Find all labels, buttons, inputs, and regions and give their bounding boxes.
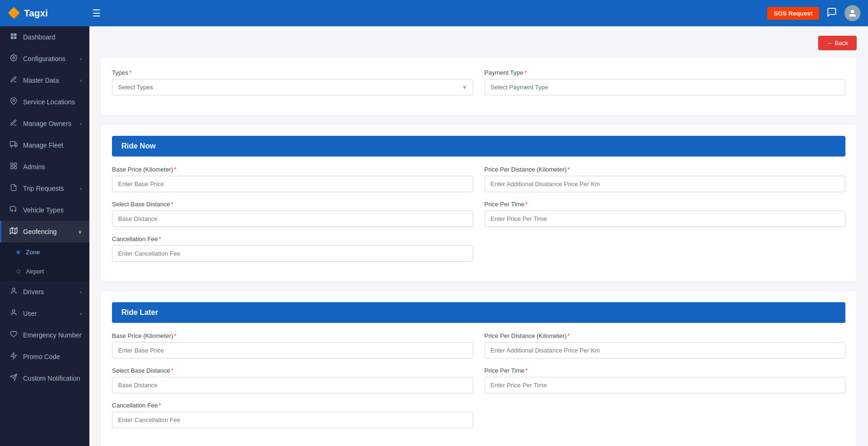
ride-now-ppd-required: * [567, 166, 570, 173]
sidebar-item-trip-requests[interactable]: Trip Requests › [0, 178, 89, 199]
ride-now-base-price-input[interactable] [112, 176, 473, 192]
chevron-right-icon: › [80, 121, 82, 126]
geofencing-submenu: Zone Airport [0, 243, 89, 281]
svg-rect-0 [11, 33, 13, 36]
sidebar-label-admins: Admins [23, 163, 45, 171]
ride-later-base-distance-input[interactable] [112, 377, 473, 393]
ride-now-price-per-time-input[interactable] [485, 211, 846, 227]
admins-icon [9, 162, 18, 172]
sidebar-item-user[interactable]: User › [0, 303, 89, 324]
sidebar-subitem-zone[interactable]: Zone [0, 243, 89, 262]
ride-now-cf-required: * [159, 235, 161, 243]
ride-later-price-per-distance-group: Price Per Distance (Kilometer)* [485, 332, 846, 359]
sidebar-label-promo-code: Promo Code [23, 353, 60, 360]
navbar-left: 🔶 Tagxi ☰ [8, 6, 103, 21]
promo-code-icon [9, 352, 18, 361]
svg-rect-11 [11, 166, 13, 169]
sidebar-label-geofencing: Geofencing [23, 228, 57, 235]
sos-button[interactable]: SOS Request [767, 7, 819, 20]
sidebar-label-service-locations: Service Locations [23, 98, 75, 106]
ride-later-row2: Select Base Distance* Price Per Time* [112, 367, 845, 393]
ride-later-price-per-time-label: Price Per Time* [485, 367, 846, 374]
svg-point-5 [13, 100, 15, 102]
sidebar-item-manage-fleet[interactable]: Manage Fleet [0, 134, 89, 156]
message-icon[interactable] [827, 7, 837, 20]
svg-marker-20 [11, 352, 16, 359]
zone-dot [16, 250, 20, 254]
ride-now-price-per-distance-input[interactable] [485, 176, 846, 192]
ride-now-price-per-time-label: Price Per Time* [485, 201, 846, 208]
sidebar-label-manage-owners: Manage Owners [23, 120, 72, 127]
app-name: Tagxi [24, 8, 48, 19]
svg-rect-9 [11, 163, 13, 165]
sidebar-item-vehicle-types[interactable]: Vehicle Types [0, 199, 89, 221]
ride-later-ppd-required: * [567, 332, 570, 339]
back-button[interactable]: ← Back [818, 36, 857, 50]
types-select[interactable]: Select Types [112, 79, 473, 95]
ride-later-base-distance-label: Select Base Distance* [112, 367, 473, 374]
sidebar-item-dashboard[interactable]: Dashboard [0, 26, 89, 48]
ride-later-bd-required: * [171, 367, 174, 374]
sidebar-item-emergency-number[interactable]: Emergency Number [0, 324, 89, 346]
sidebar-item-service-locations[interactable]: Service Locations [0, 91, 89, 113]
ride-later-row1: Base Price (Kilometer)* Price Per Distan… [112, 332, 845, 359]
navbar: 🔶 Tagxi ☰ SOS Request [0, 0, 868, 26]
sidebar-item-geofencing[interactable]: Geofencing ∨ [0, 221, 89, 243]
svg-point-7 [11, 146, 12, 147]
sidebar-item-custom-notification[interactable]: Custom Notification [0, 368, 89, 389]
chevron-down-icon: ∨ [78, 229, 82, 235]
ride-later-base-price-input[interactable] [112, 342, 473, 359]
sidebar-item-promo-code[interactable]: Promo Code [0, 346, 89, 368]
hamburger-icon[interactable]: ☰ [90, 6, 103, 21]
sidebar-item-configurations[interactable]: Configurations › [0, 48, 89, 70]
layout: Dashboard Configurations › Master Data ›… [0, 26, 868, 446]
ride-now-row1: Base Price (Kilometer)* Price Per Distan… [112, 166, 845, 192]
ride-later-price-per-distance-input[interactable] [485, 342, 846, 359]
sidebar-item-drivers[interactable]: Drivers › [0, 281, 89, 303]
sidebar-label-vehicle-types: Vehicle Types [23, 206, 64, 214]
ride-now-header: Ride Now [112, 136, 845, 156]
types-required: * [129, 69, 132, 76]
sidebar-item-manage-owners[interactable]: Manage Owners › [0, 113, 89, 134]
ride-now-bd-required: * [171, 201, 174, 208]
svg-point-13 [11, 210, 13, 211]
ride-later-price-per-time-input[interactable] [485, 377, 846, 393]
sidebar-label-manage-fleet: Manage Fleet [23, 141, 64, 149]
svg-rect-3 [14, 37, 16, 39]
sidebar-subitem-airport[interactable]: Airport [0, 262, 89, 281]
ride-later-base-price-label: Base Price (Kilometer)* [112, 332, 473, 339]
ride-later-base-price-group: Base Price (Kilometer)* [112, 332, 473, 359]
sidebar-item-admins[interactable]: Admins [0, 156, 89, 178]
ride-later-cancellation-input[interactable] [112, 412, 473, 428]
payment-type-label: Payment Type* [485, 69, 846, 76]
ride-now-price-per-distance-group: Price Per Distance (Kilometer)* [485, 166, 846, 192]
ride-now-cancellation-group: Cancellation Fee* [112, 235, 473, 262]
ride-now-section: Ride Now Base Price (Kilometer)* Price P… [101, 125, 857, 282]
chevron-right-icon: › [80, 78, 82, 83]
ride-now-row2: Select Base Distance* Price Per Time* [112, 201, 845, 227]
back-btn-row: ← Back [101, 36, 857, 50]
ride-now-row3: Cancellation Fee* [112, 235, 845, 262]
avatar[interactable] [844, 5, 860, 21]
ride-later-cancellation-group: Cancellation Fee* [112, 402, 473, 428]
ride-later-price-per-time-group: Price Per Time* [485, 367, 846, 393]
payment-type-required: * [524, 69, 526, 76]
ride-now-base-price-group: Base Price (Kilometer)* [112, 166, 473, 192]
vehicle-types-icon [9, 205, 18, 215]
emergency-icon [9, 330, 18, 340]
sidebar-label-custom-notification: Custom Notification [23, 375, 80, 382]
ride-later-section: Ride Later Base Price (Kilometer)* Price… [101, 291, 857, 446]
master-data-icon [9, 76, 18, 85]
ride-now-base-distance-group: Select Base Distance* [112, 201, 473, 227]
svg-point-19 [12, 310, 15, 312]
drivers-icon [9, 287, 18, 297]
ride-now-base-distance-input[interactable] [112, 211, 473, 227]
sidebar-item-master-data[interactable]: Master Data › [0, 70, 89, 91]
geofencing-icon [9, 227, 18, 236]
chevron-right-icon: › [80, 311, 82, 316]
ride-later-bp-required: * [174, 332, 176, 339]
svg-rect-1 [14, 33, 16, 36]
payment-type-select[interactable]: Select Payment Type [485, 79, 846, 95]
ride-later-row3: Cancellation Fee* [112, 402, 845, 428]
ride-now-cancellation-input[interactable] [112, 245, 473, 262]
